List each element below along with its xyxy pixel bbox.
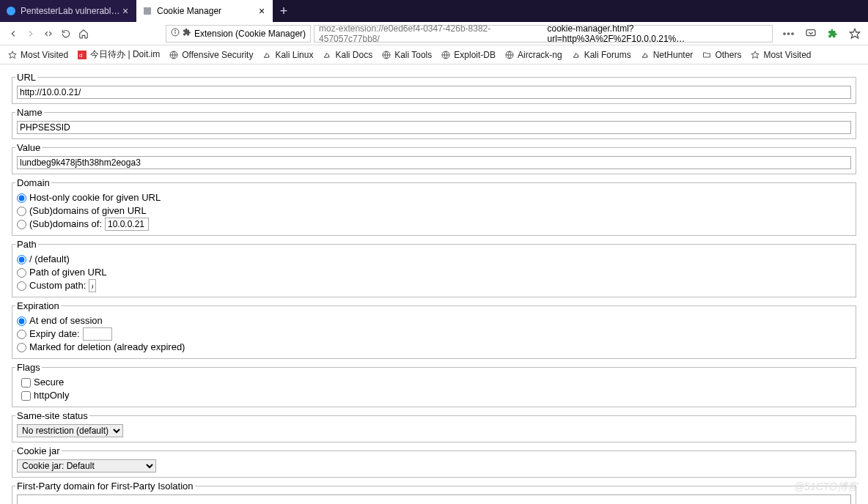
url-path-part: cookie-manager.html?url=http%3A%2F%2F10.… bbox=[547, 23, 768, 44]
expire-marked-label: Marked for deletion (already expired) bbox=[29, 341, 185, 354]
bookmark-label: Exploit-DB bbox=[454, 50, 496, 60]
bookmark-label: Kali Linux bbox=[275, 50, 313, 60]
save-to-pocket-button[interactable] bbox=[802, 25, 820, 42]
domain-hostonly-label: Host-only cookie for given URL bbox=[29, 191, 161, 204]
dragon-icon bbox=[322, 50, 332, 60]
bookmark-label: Aircrack-ng bbox=[518, 50, 562, 60]
dev-tools-button[interactable] bbox=[40, 25, 57, 42]
domain-subdomains-url-radio[interactable] bbox=[17, 207, 26, 216]
domain-legend: Domain bbox=[15, 177, 51, 188]
bookmark-item[interactable]: Aircrack-ng bbox=[501, 47, 565, 63]
path-custom-label: Custom path: bbox=[29, 279, 86, 292]
home-button[interactable] bbox=[75, 25, 92, 42]
tab-title: Cookie Manager bbox=[157, 6, 257, 16]
expire-date-radio[interactable] bbox=[17, 330, 26, 339]
bookmark-item[interactable]: Kali Linux bbox=[259, 47, 316, 63]
cookiejar-select[interactable]: Cookie jar: Default bbox=[17, 459, 156, 472]
bookmark-item[interactable]: Kali Tools bbox=[378, 47, 435, 63]
bookmark-item[interactable]: d今日待办 | Doit.im bbox=[74, 47, 163, 63]
name-fieldset: Name bbox=[12, 107, 856, 139]
path-legend: Path bbox=[15, 239, 38, 250]
domain-fieldset: Domain Host-only cookie for given URL (S… bbox=[12, 177, 856, 236]
forward-button[interactable] bbox=[22, 25, 40, 42]
path-custom-radio[interactable] bbox=[17, 281, 26, 291]
bookmark-label: Others bbox=[715, 50, 741, 60]
cookiejar-legend: Cookie jar bbox=[15, 445, 62, 456]
path-givenurl-label: Path of given URL bbox=[29, 266, 107, 279]
samesite-select[interactable]: No restriction (default) bbox=[17, 424, 123, 437]
value-input[interactable] bbox=[17, 156, 851, 169]
bookmark-item[interactable]: Kali Forums bbox=[568, 47, 634, 63]
secure-checkbox[interactable] bbox=[21, 378, 31, 388]
path-givenurl-radio[interactable] bbox=[17, 268, 26, 278]
bookmark-label: Kali Tools bbox=[394, 50, 432, 60]
svg-rect-1 bbox=[144, 7, 151, 15]
back-button[interactable] bbox=[4, 25, 22, 42]
dragon-icon bbox=[640, 50, 650, 60]
domain-subdomains-of-input[interactable] bbox=[105, 218, 149, 231]
expire-marked-radio[interactable] bbox=[17, 343, 26, 352]
bookmark-item[interactable]: NetHunter bbox=[637, 47, 696, 63]
tab-pentesterlab[interactable]: PentesterLab vulnerable blo… × bbox=[0, 0, 136, 22]
bookmark-item[interactable]: Others bbox=[699, 47, 744, 63]
page-actions-button[interactable]: ••• bbox=[780, 25, 798, 42]
close-tab-icon[interactable]: × bbox=[120, 6, 130, 16]
tab-title: PentesterLab vulnerable blo… bbox=[21, 6, 120, 16]
favicon-pentesterlab-icon bbox=[6, 6, 16, 16]
url-fieldset: URL bbox=[12, 72, 856, 104]
globe-icon bbox=[381, 50, 391, 60]
reload-button[interactable] bbox=[57, 25, 75, 42]
watermark: @51CTO博客 bbox=[794, 481, 858, 494]
domain-subdomains-of-radio[interactable] bbox=[17, 220, 26, 229]
nav-toolbar: Extension (Cookie Manager) moz-extension… bbox=[0, 22, 868, 45]
identity-box[interactable]: Extension (Cookie Manager) bbox=[166, 25, 311, 42]
path-default-radio[interactable] bbox=[17, 255, 26, 264]
bookmark-label: NetHunter bbox=[653, 50, 694, 60]
httponly-label: httpOnly bbox=[34, 389, 69, 402]
name-input[interactable] bbox=[17, 121, 851, 134]
bookmark-label: Most Visited bbox=[763, 50, 811, 60]
flags-fieldset: Flags Secure httpOnly bbox=[12, 362, 856, 407]
expiration-fieldset: Expiration At end of session Expiry date… bbox=[12, 300, 856, 359]
path-custom-input[interactable] bbox=[89, 279, 96, 292]
cookiejar-fieldset: Cookie jar Cookie jar: Default bbox=[12, 445, 856, 478]
bookmark-item[interactable]: Offensive Security bbox=[166, 47, 256, 63]
new-tab-button[interactable]: + bbox=[273, 0, 295, 22]
dragon-icon bbox=[571, 50, 581, 60]
globe-icon bbox=[169, 50, 179, 60]
value-legend: Value bbox=[15, 142, 42, 153]
expire-session-radio[interactable] bbox=[17, 316, 26, 326]
bookmark-item[interactable]: Most Visited bbox=[747, 47, 814, 63]
expire-date-input[interactable] bbox=[83, 327, 112, 341]
name-legend: Name bbox=[15, 107, 44, 118]
svg-point-4 bbox=[175, 30, 176, 31]
httponly-checkbox[interactable] bbox=[21, 391, 31, 401]
addon-puzzle-icon[interactable] bbox=[824, 25, 842, 42]
bookmark-item[interactable]: Kali Docs bbox=[319, 47, 375, 63]
firstparty-fieldset: First-Party domain for First-Party Isola… bbox=[12, 481, 856, 504]
globe-icon bbox=[441, 50, 451, 60]
tab-cookie-manager[interactable]: Cookie Manager × bbox=[136, 0, 273, 22]
bookmark-item[interactable]: Exploit-DB bbox=[438, 47, 499, 63]
value-fieldset: Value bbox=[12, 142, 856, 174]
firstparty-input[interactable] bbox=[17, 494, 851, 504]
bookmark-label: Offensive Security bbox=[182, 50, 253, 60]
svg-marker-14 bbox=[751, 51, 759, 59]
domain-subdomains-url-label: (Sub)domains of given URL bbox=[29, 204, 147, 218]
bookmark-item[interactable]: Most Visited bbox=[4, 47, 71, 63]
bookmark-label: Kali Forums bbox=[584, 50, 631, 60]
close-tab-icon[interactable]: × bbox=[257, 6, 267, 16]
domain-subdomains-of-label: (Sub)domains of: bbox=[29, 218, 102, 231]
url-legend: URL bbox=[15, 72, 37, 83]
toolbar-right: ••• bbox=[780, 25, 864, 42]
identity-label: Extension (Cookie Manager) bbox=[194, 29, 306, 39]
star-icon bbox=[750, 50, 760, 60]
url-bar[interactable]: moz-extension://e0ed6ef4-0347-426b-8382-… bbox=[314, 25, 773, 42]
doit-icon: d bbox=[77, 50, 87, 60]
svg-text:d: d bbox=[79, 52, 82, 59]
domain-hostonly-radio[interactable] bbox=[17, 193, 26, 203]
url-input[interactable] bbox=[17, 86, 851, 99]
bookmark-star-button[interactable] bbox=[846, 25, 864, 42]
expire-session-label: At end of session bbox=[29, 314, 103, 327]
dragon-icon bbox=[262, 50, 272, 60]
